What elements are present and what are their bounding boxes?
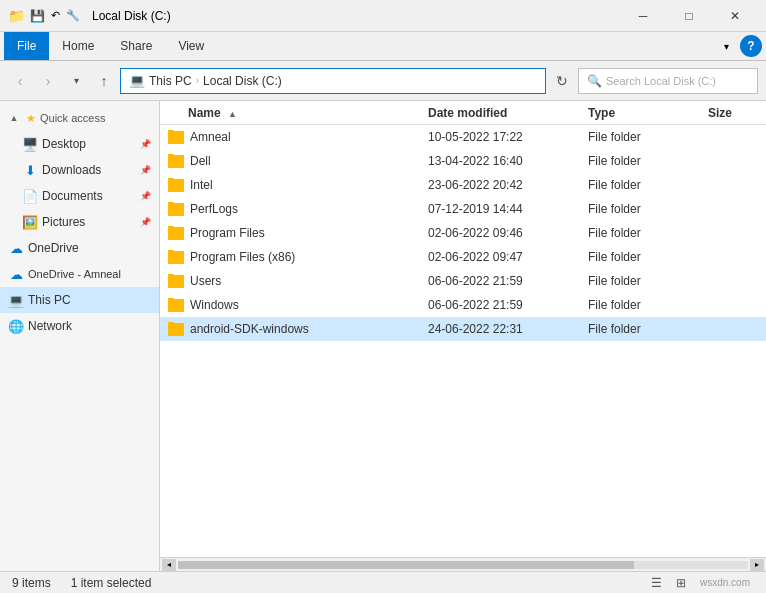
scroll-thumb[interactable] (178, 561, 634, 569)
address-bar: ‹ › ▾ ↑ 💻 This PC › Local Disk (C:) ↻ 🔍 … (0, 61, 766, 101)
sidebar-pictures-label: Pictures (42, 215, 85, 229)
sidebar-section-quick-access: ▲ ★ Quick access (0, 105, 159, 131)
folder-icon (168, 299, 184, 312)
file-row-program-files[interactable]: Program Files 02-06-2022 09:46 File fold… (160, 221, 766, 245)
scroll-track[interactable] (178, 561, 748, 569)
window-controls: ─ □ ✕ (620, 0, 758, 32)
sidebar-downloads-label: Downloads (42, 163, 101, 177)
maximize-button[interactable]: □ (666, 0, 712, 32)
back-button[interactable]: ‹ (8, 69, 32, 93)
details-view-button[interactable]: ☰ (648, 574, 666, 592)
scroll-right-button[interactable]: ▸ (750, 559, 764, 571)
minimize-button[interactable]: ─ (620, 0, 666, 32)
col-header-name[interactable]: Name ▲ (168, 106, 428, 120)
file-date-users: 06-06-2022 21:59 (428, 274, 588, 288)
search-box[interactable]: 🔍 Search Local Disk (C:) (578, 68, 758, 94)
pin-icon-desktop: 📌 (140, 139, 151, 149)
file-date-windows: 06-06-2022 21:59 (428, 298, 588, 312)
documents-icon: 📄 (22, 188, 38, 204)
file-name-program-files: Program Files (168, 226, 428, 240)
sidebar-item-pictures[interactable]: 🖼️ Pictures 📌 (0, 209, 159, 235)
title-bar: 📁 💾 ↶ 🔧 Local Disk (C:) ─ □ ✕ (0, 0, 766, 32)
file-date-amneal: 10-05-2022 17:22 (428, 130, 588, 144)
window-icon: 📁 (8, 8, 24, 24)
onedrive-icon: ☁ (8, 240, 24, 256)
sidebar-item-network[interactable]: 🌐 Network (0, 313, 159, 339)
tab-home[interactable]: Home (49, 32, 107, 60)
selected-count: 1 item selected (71, 576, 152, 590)
file-type-android-sdk: File folder (588, 322, 708, 336)
horizontal-scrollbar[interactable]: ◂ ▸ (160, 557, 766, 571)
close-button[interactable]: ✕ (712, 0, 758, 32)
file-row-perflogs[interactable]: PerfLogs 07-12-2019 14:44 File folder (160, 197, 766, 221)
network-icon: 🌐 (8, 318, 24, 334)
file-date-perflogs: 07-12-2019 14:44 (428, 202, 588, 216)
file-row-dell[interactable]: Dell 13-04-2022 16:40 File folder (160, 149, 766, 173)
undo-icon[interactable]: ↶ (51, 9, 60, 22)
file-row-program-files-x86[interactable]: Program Files (x86) 02-06-2022 09:47 Fil… (160, 245, 766, 269)
file-name-intel: Intel (168, 178, 428, 192)
ribbon: File Home Share View ▾ ? (0, 32, 766, 61)
folder-icon (168, 323, 184, 336)
tab-share[interactable]: Share (107, 32, 165, 60)
sidebar-item-desktop[interactable]: 🖥️ Desktop 📌 (0, 131, 159, 157)
folder-icon (168, 275, 184, 288)
up-button[interactable]: ↑ (92, 69, 116, 93)
sidebar-documents-label: Documents (42, 189, 103, 203)
sidebar-quick-access-label: Quick access (40, 112, 105, 124)
file-name-windows: Windows (168, 298, 428, 312)
quick-save-icon[interactable]: 💾 (30, 9, 45, 23)
file-row-android-sdk[interactable]: android-SDK-windows 24-06-2022 22:31 Fil… (160, 317, 766, 341)
file-date-android-sdk: 24-06-2022 22:31 (428, 322, 588, 336)
col-header-type[interactable]: Type (588, 106, 708, 120)
refresh-button[interactable]: ↻ (550, 69, 574, 93)
sidebar-item-onedrive[interactable]: ☁ OneDrive (0, 235, 159, 261)
recent-locations-button[interactable]: ▾ (64, 69, 88, 93)
sidebar-item-this-pc[interactable]: 💻 This PC (0, 287, 159, 313)
file-date-intel: 23-06-2022 20:42 (428, 178, 588, 192)
pictures-icon: 🖼️ (22, 214, 38, 230)
scroll-left-button[interactable]: ◂ (162, 559, 176, 571)
file-name-amneal: Amneal (168, 130, 428, 144)
name-sort-arrow: ▲ (228, 109, 237, 119)
col-header-date[interactable]: Date modified (428, 106, 588, 120)
col-header-size[interactable]: Size (708, 106, 758, 120)
file-row-users[interactable]: Users 06-06-2022 21:59 File folder (160, 269, 766, 293)
expand-arrow-icon: ▲ (6, 110, 22, 126)
tab-file[interactable]: File (4, 32, 49, 60)
large-icons-view-button[interactable]: ⊞ (672, 574, 690, 592)
path-separator: › (196, 75, 199, 86)
forward-button[interactable]: › (36, 69, 60, 93)
search-placeholder: Search Local Disk (C:) (606, 75, 716, 87)
file-row-amneal[interactable]: Amneal 10-05-2022 17:22 File folder (160, 125, 766, 149)
file-type-windows: File folder (588, 298, 708, 312)
folder-icon (168, 155, 184, 168)
file-area: Name ▲ Date modified Type Size Amneal 10… (160, 101, 766, 571)
file-date-program-files-x86: 02-06-2022 09:47 (428, 250, 588, 264)
file-name-perflogs: PerfLogs (168, 202, 428, 216)
onedrive-amneal-icon: ☁ (8, 266, 24, 282)
file-name-android-sdk: android-SDK-windows (168, 322, 428, 336)
folder-icon (168, 131, 184, 144)
path-icon: 💻 (129, 73, 145, 88)
search-icon: 🔍 (587, 74, 602, 88)
sidebar-item-onedrive-amneal[interactable]: ☁ OneDrive - Amneal (0, 261, 159, 287)
address-path[interactable]: 💻 This PC › Local Disk (C:) (120, 68, 546, 94)
sidebar: ▲ ★ Quick access 🖥️ Desktop 📌 ⬇ Download… (0, 101, 160, 571)
sidebar-item-documents[interactable]: 📄 Documents 📌 (0, 183, 159, 209)
sidebar-network-label: Network (28, 319, 72, 333)
file-type-amneal: File folder (588, 130, 708, 144)
properties-icon[interactable]: 🔧 (66, 9, 80, 22)
tab-view[interactable]: View (165, 32, 217, 60)
watermark-text: wsxdn.com (696, 575, 754, 590)
file-row-intel[interactable]: Intel 23-06-2022 20:42 File folder (160, 173, 766, 197)
file-row-windows[interactable]: Windows 06-06-2022 21:59 File folder (160, 293, 766, 317)
pin-icon-documents: 📌 (140, 191, 151, 201)
ribbon-collapse-arrow[interactable]: ▾ (716, 36, 736, 56)
file-type-program-files: File folder (588, 226, 708, 240)
help-button[interactable]: ? (740, 35, 762, 57)
file-name-dell: Dell (168, 154, 428, 168)
status-bar: 9 items 1 item selected ☰ ⊞ wsxdn.com (0, 571, 766, 593)
sidebar-item-downloads[interactable]: ⬇ Downloads 📌 (0, 157, 159, 183)
file-type-perflogs: File folder (588, 202, 708, 216)
